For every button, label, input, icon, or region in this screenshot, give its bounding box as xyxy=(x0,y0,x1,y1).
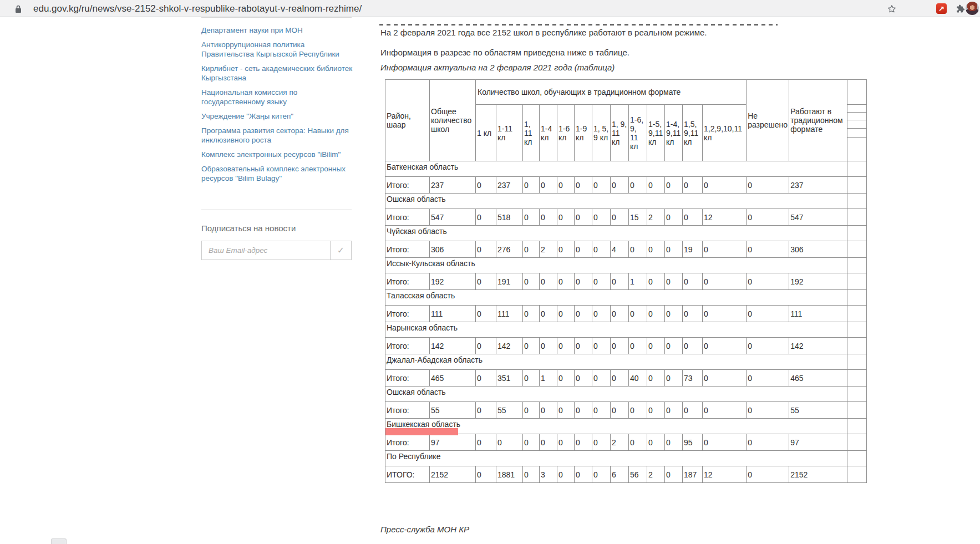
total-value: 465 xyxy=(430,370,476,387)
class-value-12: 0 xyxy=(703,241,747,258)
region-label: Джалал-Абадская область xyxy=(385,354,847,370)
row-label: ИТОГО: xyxy=(385,466,430,483)
class-value-2: 0 xyxy=(523,434,540,451)
header-class-col-6: 1, 5, 9 кл xyxy=(592,105,611,161)
row-empty-cell xyxy=(847,241,867,258)
class-value-10: 0 xyxy=(665,306,683,322)
screenshot-extension-icon[interactable]: ↗ xyxy=(936,3,947,14)
class-value-8: 0 xyxy=(629,434,647,451)
class-value-1: 191 xyxy=(496,273,523,290)
class-value-12: 0 xyxy=(703,338,747,354)
class-value-5: 0 xyxy=(575,434,592,451)
class-value-4: 0 xyxy=(557,209,575,226)
row-label: Итого: xyxy=(385,241,430,258)
class-value-6: 0 xyxy=(592,177,611,194)
row-empty-cell xyxy=(847,177,867,194)
class-value-5: 0 xyxy=(575,209,592,226)
class-value-0: 0 xyxy=(476,338,496,354)
clipped-text-line xyxy=(379,24,778,26)
region-row-3: Иссык-Кульская область xyxy=(385,258,867,273)
email-input[interactable] xyxy=(202,241,330,260)
class-value-11: 0 xyxy=(683,402,703,419)
class-value-9: 0 xyxy=(647,273,665,290)
address-bar-url[interactable]: edu.gov.kg/ru/news/vse-2152-shkol-v-resp… xyxy=(33,2,362,16)
class-value-4: 0 xyxy=(557,241,575,258)
traditional-value: 192 xyxy=(789,273,847,290)
class-value-6: 0 xyxy=(592,466,611,483)
table-header-row-top: Район, шаар Общее количество школ Количе… xyxy=(385,80,867,105)
class-value-1: 142 xyxy=(496,338,523,354)
region-row-empty-cell xyxy=(847,194,867,209)
region-row-0: Баткенская область xyxy=(385,161,867,177)
class-value-9: 0 xyxy=(647,370,665,387)
not-allowed-value: 0 xyxy=(747,402,789,419)
header-class-col-4: 1-6 кл xyxy=(557,105,575,161)
data-row-1: Итого:547051800000015200120547 xyxy=(385,209,867,226)
class-value-9: 0 xyxy=(647,306,665,322)
lock-icon xyxy=(14,4,22,13)
class-value-2: 0 xyxy=(523,306,540,322)
class-value-5: 0 xyxy=(575,338,592,354)
class-value-7: 4 xyxy=(611,241,629,258)
puzzle-icon[interactable] xyxy=(954,3,966,14)
not-allowed-value: 0 xyxy=(747,434,789,451)
subscribe-submit-button[interactable]: ✓ xyxy=(330,241,351,260)
article: На 2 февраля 2021 года все 2152 школ в р… xyxy=(380,0,891,544)
article-paragraph-1: На 2 февраля 2021 года все 2152 школ в р… xyxy=(380,28,707,38)
table-caption: Информация актуальна на 2 февраля 2021 г… xyxy=(380,63,615,73)
header-class-col-2: 1, 11 кл xyxy=(523,105,540,161)
sidebar-link-2[interactable]: Кирлибнет - сеть академических библиотек… xyxy=(201,64,358,83)
subscribe-form: ✓ xyxy=(201,241,352,260)
class-value-0: 0 xyxy=(476,370,496,387)
traditional-value: 111 xyxy=(789,306,847,322)
sidebar-link-0[interactable]: Департамент науки при МОН xyxy=(201,26,358,35)
class-value-2: 0 xyxy=(523,402,540,419)
class-value-10: 0 xyxy=(665,466,683,483)
class-value-12: 0 xyxy=(703,306,747,322)
class-value-7: 0 xyxy=(611,273,629,290)
class-value-6: 0 xyxy=(592,338,611,354)
total-value: 306 xyxy=(430,241,476,258)
region-row-1: Ошская область xyxy=(385,194,867,209)
profile-avatar[interactable] xyxy=(966,2,979,15)
class-value-12: 0 xyxy=(703,370,747,387)
class-value-10: 0 xyxy=(665,241,683,258)
not-allowed-value: 0 xyxy=(747,338,789,354)
class-value-5: 0 xyxy=(575,402,592,419)
row-empty-cell xyxy=(847,306,867,322)
traditional-value: 97 xyxy=(789,434,847,451)
class-value-11: 0 xyxy=(683,273,703,290)
sidebar-link-1[interactable]: Антикоррупционная политика Правительства… xyxy=(201,40,358,59)
class-value-0: 0 xyxy=(476,177,496,194)
row-label: Итого: xyxy=(385,273,430,290)
class-value-6: 0 xyxy=(592,241,611,258)
total-value: 111 xyxy=(430,306,476,322)
class-value-6: 0 xyxy=(592,306,611,322)
data-row-4: Итого:1110111000000000000111 xyxy=(385,306,867,322)
data-row-7: Итого:5505500000000000055 xyxy=(385,402,867,419)
sidebar-link-5[interactable]: Программа развития сектора: Навыки для и… xyxy=(201,126,358,145)
article-paragraph-2: Информация в разрезе по областям приведе… xyxy=(380,48,629,58)
class-value-6: 0 xyxy=(592,209,611,226)
header-class-col-12: 1,2,9,10,11 кл xyxy=(703,105,747,161)
region-label: Нарынская область xyxy=(385,322,847,338)
class-value-0: 0 xyxy=(476,466,496,483)
class-value-7: 0 xyxy=(611,402,629,419)
class-value-11: 0 xyxy=(683,338,703,354)
data-row-2: Итого:30602760200040001900306 xyxy=(385,241,867,258)
class-value-5: 0 xyxy=(575,177,592,194)
class-value-1: 351 xyxy=(496,370,523,387)
class-value-1: 276 xyxy=(496,241,523,258)
sidebar-link-7[interactable]: Образовательный комплекс электронных рес… xyxy=(201,164,358,183)
row-empty-cell xyxy=(847,338,867,354)
row-label: Итого: xyxy=(385,434,430,451)
row-empty-cell xyxy=(847,466,867,483)
not-allowed-value: 0 xyxy=(747,241,789,258)
sidebar-link-3[interactable]: Национальная комиссия по государственном… xyxy=(201,88,358,106)
traditional-value: 55 xyxy=(789,402,847,419)
sidebar-divider xyxy=(201,210,352,210)
sidebar-link-4[interactable]: Учреждение "Жаңы китеп" xyxy=(201,111,358,121)
header-empty-cell xyxy=(847,80,867,105)
sidebar-link-6[interactable]: Комплекс электронных ресурсов "iBilim" xyxy=(201,150,358,159)
region-row-empty-cell xyxy=(847,451,867,466)
